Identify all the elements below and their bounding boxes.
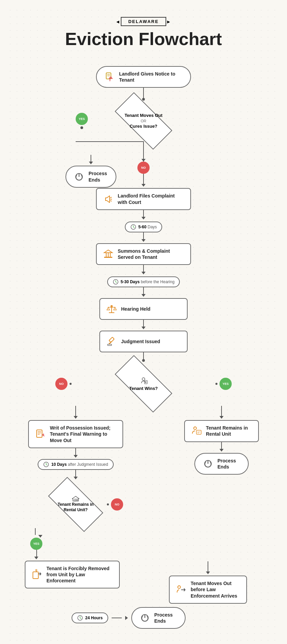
document-icon bbox=[103, 71, 116, 83]
bottom-row: 24 Hours Process Ends bbox=[25, 607, 262, 629]
svg-point-51 bbox=[178, 586, 180, 588]
dot-yes-1 bbox=[80, 126, 83, 129]
svg-rect-14 bbox=[108, 253, 109, 257]
process-ends-3: Process Ends bbox=[131, 607, 186, 629]
clock-icon-2 bbox=[113, 279, 119, 285]
arrow-5 bbox=[141, 272, 146, 274]
summons-label: Summons & Complaint Served on Tenant bbox=[118, 248, 185, 260]
diamond-3-text: Tenant Remains in Rental Unit? bbox=[57, 496, 94, 513]
diamond-2-text: Tenant Wins? bbox=[129, 377, 158, 391]
no-badge-2: NO bbox=[55, 378, 68, 390]
summons-node: Summons & Complaint Served on Tenant bbox=[96, 243, 191, 265]
clock-icon-4 bbox=[77, 615, 83, 621]
svg-point-5 bbox=[110, 80, 111, 81]
yes-badge-2: YES bbox=[219, 378, 232, 390]
connector-7 bbox=[143, 320, 144, 327]
dot-2 bbox=[142, 359, 145, 362]
connector-8 bbox=[143, 352, 144, 359]
svg-point-45 bbox=[194, 427, 196, 430]
no-branch-3-section: Tenant Moves Out before Law Enforcement … bbox=[25, 453, 262, 604]
diamond-1-text: Tenant Moves Out OR Cures Issue? bbox=[125, 113, 162, 129]
judgment-node: Judgment Issued bbox=[99, 331, 188, 352]
tenant-remains-node: Tenant Remains in Rental Unit bbox=[184, 420, 259, 442]
svg-line-8 bbox=[110, 197, 112, 198]
svg-marker-3 bbox=[109, 76, 113, 79]
svg-rect-27 bbox=[145, 380, 147, 384]
start-label: Landlord Gives Notice to Tenant bbox=[119, 71, 184, 83]
connector-5 bbox=[143, 265, 144, 272]
judgment-label: Judgment Issued bbox=[121, 338, 160, 345]
branch-level-1: Process Ends NO bbox=[65, 162, 222, 174]
power-icon-3 bbox=[139, 612, 151, 624]
start-node: Landlord Gives Notice to Tenant bbox=[96, 66, 191, 88]
bottom-connector-row: 24 Hours Process Ends bbox=[68, 607, 185, 629]
writ-label: Writ of Possession Issued; Tenant's Fina… bbox=[50, 425, 117, 443]
badge-5-60: 5-60 Days bbox=[125, 222, 162, 232]
writ-icon bbox=[34, 428, 46, 440]
writ-node: Writ of Possession Issued; Tenant's Fina… bbox=[28, 420, 123, 448]
svg-rect-13 bbox=[106, 253, 107, 257]
connector-2 bbox=[143, 174, 144, 184]
process-ends-1: Process Ends bbox=[65, 166, 116, 187]
hearing-label: Hearing Held bbox=[121, 306, 150, 312]
power-icon-1 bbox=[73, 171, 85, 183]
court-icon bbox=[102, 248, 114, 260]
process-ends-3-label: Process Ends bbox=[154, 612, 178, 624]
tenant-icon bbox=[190, 425, 203, 437]
arrow-down-2 bbox=[141, 184, 146, 187]
svg-rect-37 bbox=[74, 499, 76, 501]
no-branch-3: Tenant Moves Out before Law Enforcement … bbox=[167, 561, 249, 604]
tenant-remains-label: Tenant Remains in Rental Unit bbox=[206, 425, 253, 437]
connector-1 bbox=[143, 88, 144, 98]
no-badge-1: NO bbox=[137, 162, 150, 174]
landlord-files-node: Landlord Files Complaint with Court bbox=[96, 188, 191, 210]
process-ends-1-label: Process Ends bbox=[89, 170, 109, 183]
arrow-6 bbox=[141, 294, 146, 297]
badge-24: 24 Hours bbox=[72, 612, 108, 623]
state-label: DELAWARE bbox=[128, 19, 159, 24]
diamond-1-wrap: YES Tenant Moves Out OR Cures Issue? bbox=[65, 101, 222, 141]
megaphone-icon bbox=[102, 193, 114, 205]
person-icon bbox=[139, 377, 148, 385]
svg-line-10 bbox=[110, 201, 112, 201]
moves-out-node: Tenant Moves Out before Law Enforcement … bbox=[169, 576, 247, 604]
house-icon bbox=[72, 496, 79, 501]
diamond-3-wrap: NO Tenant Remains in Rental Unit? bbox=[25, 481, 127, 528]
svg-rect-25 bbox=[108, 344, 112, 346]
arrow-4 bbox=[141, 239, 146, 242]
svg-rect-38 bbox=[76, 499, 78, 500]
moves-out-label: Tenant Moves Out before Law Enforcement … bbox=[191, 580, 241, 599]
landlord-files-label: Landlord Files Complaint with Court bbox=[118, 193, 185, 205]
connector-6 bbox=[143, 287, 144, 294]
svg-marker-16 bbox=[104, 250, 112, 253]
svg-rect-12 bbox=[104, 257, 112, 258]
svg-point-26 bbox=[142, 378, 145, 380]
svg-rect-15 bbox=[110, 253, 111, 257]
dot-1 bbox=[142, 98, 145, 101]
connector-3 bbox=[143, 210, 144, 217]
svg-rect-30 bbox=[37, 430, 42, 437]
gavel-icon bbox=[106, 335, 118, 348]
badge-5-30: 5-30 Days before the Hearing bbox=[107, 276, 180, 287]
scales-icon bbox=[106, 303, 118, 315]
moves-out-icon bbox=[175, 584, 187, 596]
connector-4 bbox=[143, 232, 144, 239]
svg-rect-46 bbox=[196, 430, 201, 434]
clock-icon-1 bbox=[130, 224, 136, 230]
yes-badge-1: YES bbox=[76, 113, 88, 125]
page-title: Eviction Flowchart bbox=[65, 29, 222, 49]
no-badge-3: NO bbox=[111, 498, 123, 511]
arrow-3 bbox=[141, 217, 146, 220]
diamond-2-wrap: NO Tenant Wins? bbox=[42, 362, 245, 406]
state-banner: DELAWARE bbox=[121, 17, 166, 26]
hearing-node: Hearing Held bbox=[99, 298, 188, 320]
arrow-7 bbox=[141, 327, 146, 329]
